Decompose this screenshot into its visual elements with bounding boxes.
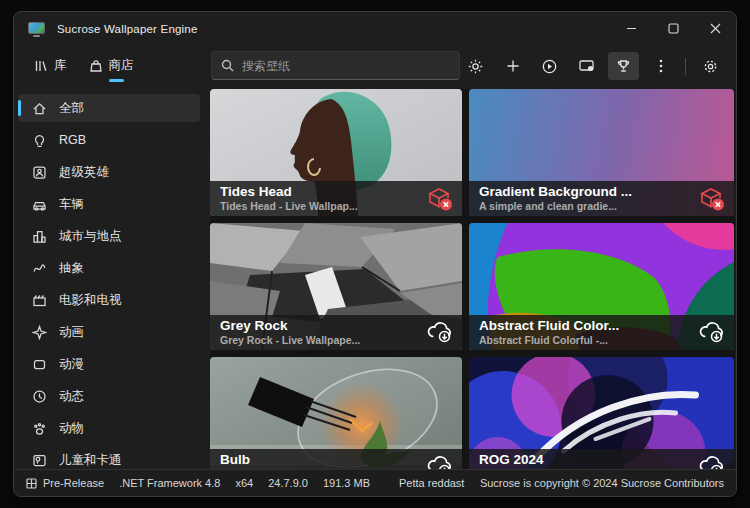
close-icon [710,23,721,34]
settings-button[interactable] [695,52,726,80]
sidebar-item-anime[interactable]: 动漫 [18,350,200,378]
sidebar-label: RGB [59,133,86,147]
wallpaper-card-bulb[interactable]: Bulb [210,357,462,469]
app-window: Sucrose Wallpaper Engine 库 商店 [13,11,737,497]
sidebar-item-animals[interactable]: 动物 [18,414,200,442]
more-button[interactable] [645,52,676,80]
minimize-button[interactable] [610,12,652,44]
animal-icon [32,421,47,436]
trophy-icon [616,59,631,74]
card-info-overlay: Gradient Background ... A simple and cle… [469,181,734,216]
brightness-button[interactable] [460,52,491,80]
cloud-download-icon[interactable] [426,319,454,346]
play-button[interactable] [534,52,565,80]
sidebar-item-dynamic[interactable]: 动态 [18,382,200,410]
store-icon [89,59,103,73]
maximize-button[interactable] [652,12,694,44]
architecture: x64 [235,477,253,489]
sidebar-item-abstract[interactable]: 抽象 [18,254,200,282]
sidebar-item-movies-tv[interactable]: 电影和电视 [18,286,200,314]
tab-library-label: 库 [54,57,67,74]
cloud-download-icon[interactable] [698,319,726,346]
header-row: 库 商店 [14,48,736,84]
search-input[interactable] [242,59,450,73]
home-icon [32,101,47,116]
card-info-overlay: ROG 2024 [469,449,734,469]
sidebar-label: 车辆 [59,196,84,213]
wallpaper-card-grey-rock[interactable]: Grey Rock Grey Rock - Live Wallpape... [210,223,462,350]
sidebar-item-superhero[interactable]: 超级英雄 [18,158,200,186]
sidebar-label: 动漫 [59,356,84,373]
sidebar-item-all[interactable]: 全部 [18,94,200,122]
framework-version: .NET Framework 4.8 [119,477,220,489]
sidebar-label: 城市与地点 [59,228,122,245]
anime-icon [32,357,47,372]
unavailable-box-icon[interactable] [426,185,454,212]
apply-wallpaper-icon [579,59,595,73]
toolbar-divider [685,58,686,75]
superhero-icon [32,165,47,180]
sidebar-item-animation[interactable]: 动画 [18,318,200,346]
release-channel: Pre-Release [26,477,104,489]
sidebar-label: 动物 [59,420,84,437]
sidebar-item-rgb[interactable]: RGB [18,126,200,154]
lightbulb-icon [32,133,47,148]
memory-usage: 191.3 MB [323,477,370,489]
apply-wallpaper-button[interactable] [571,52,602,80]
sidebar-label: 动态 [59,388,84,405]
sidebar-item-vehicles[interactable]: 车辆 [18,190,200,218]
settings-icon [703,59,718,74]
cloud-download-icon[interactable] [698,453,726,469]
sidebar-label: 儿童和卡通 [59,452,122,469]
wallpaper-card-rog-2024[interactable]: ROG 2024 [469,357,734,469]
app-logo-icon [28,22,45,37]
add-icon [506,59,520,73]
abstract-icon [32,261,47,276]
copyright-text: Sucrose is copyright © 2024 Sucrose Cont… [480,477,724,489]
card-title: Grey Rock [220,318,452,334]
wallpaper-card-tides-head[interactable]: Tides Head Tides Head - Live Wallpap... [210,89,462,216]
animation-icon [32,325,47,340]
wallpaper-card-abstract-fluid[interactable]: Abstract Fluid Color... Abstract Fluid C… [469,223,734,350]
window-title: Sucrose Wallpaper Engine [57,23,198,35]
more-icon [659,59,663,73]
movie-icon [32,293,47,308]
sidebar-label: 电影和电视 [59,292,122,309]
titlebar: Sucrose Wallpaper Engine [14,12,736,46]
wallpaper-card-gradient-background[interactable]: Gradient Background ... A simple and cle… [469,89,734,216]
trophy-button[interactable] [608,52,639,80]
minimize-icon [626,23,637,34]
maximize-icon [668,23,679,34]
status-text: Pre-Release [43,477,104,489]
unavailable-box-icon[interactable] [698,185,726,212]
sidebar-label: 全部 [59,100,84,117]
card-title: Gradient Background ... [479,184,724,200]
search-icon [221,59,234,72]
status-bar: Pre-Release .NET Framework 4.8 x64 24.7.… [14,469,736,496]
card-subtitle: Tides Head - Live Wallpap... [220,200,452,213]
play-icon [542,59,557,74]
city-icon [32,229,47,244]
toolbar [460,51,726,81]
cloud-download-icon[interactable] [426,453,454,469]
card-title: Bulb [220,452,452,468]
card-subtitle: Grey Rock - Live Wallpape... [220,334,452,347]
card-info-overlay: Bulb [210,449,462,469]
main-tabs: 库 商店 [28,52,140,82]
category-sidebar: 全部 RGB 超级英雄 车辆 城市与地点 抽象 电影和电视 动画 [14,86,206,469]
library-icon [34,59,48,73]
dynamic-icon [32,389,47,404]
add-wallpaper-button[interactable] [497,52,528,80]
sidebar-item-cities[interactable]: 城市与地点 [18,222,200,250]
car-icon [32,197,47,212]
tab-library[interactable]: 库 [28,52,73,82]
tab-store[interactable]: 商店 [83,52,140,82]
sidebar-label: 抽象 [59,260,84,277]
app-version: 24.7.9.0 [268,477,308,489]
card-info-overlay: Grey Rock Grey Rock - Live Wallpape... [210,315,462,350]
brightness-icon [468,59,483,74]
card-subtitle: A simple and clean gradie... [479,200,724,213]
card-info-overlay: Tides Head Tides Head - Live Wallpap... [210,181,462,216]
search-box[interactable] [211,51,460,80]
close-button[interactable] [694,12,736,44]
